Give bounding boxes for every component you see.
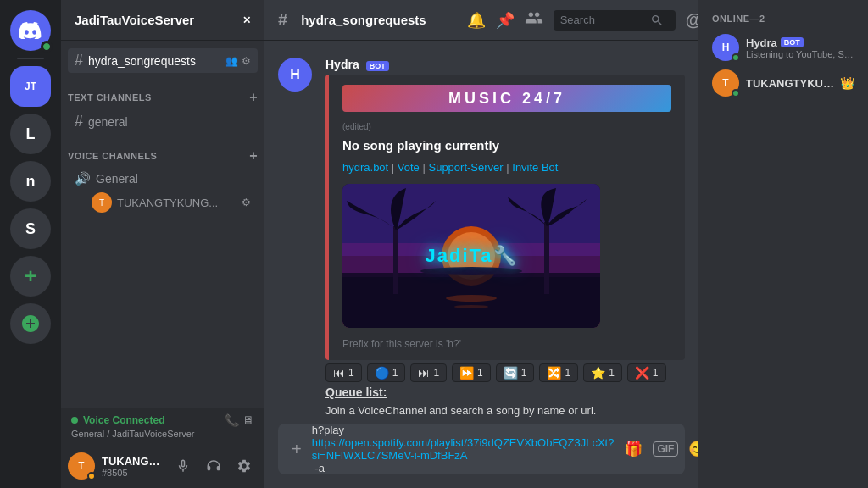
emoji-icon[interactable]: 😊 [688,440,698,458]
svg-point-10 [420,267,522,275]
reaction-loop-emoji: 🔄 [504,366,518,380]
voice-user-tukangtykung[interactable]: T TUKANGTYKUNG... ⚙ [68,191,258,214]
voice-connected-icons: 📞 🖥 [225,413,254,427]
queue-section: Queue list: Join a VoiceChannel and sear… [326,385,685,424]
reaction-blue[interactable]: 🔵 1 [367,363,406,382]
bot-tag: BOT [366,61,389,71]
queue-title: Queue list: [326,385,685,399]
hydra-status: Listening to YouTube, Spotify, ... [746,49,854,59]
reaction-ff[interactable]: ⏩ 1 [452,363,491,382]
reaction-shuffle[interactable]: 🔀 1 [539,363,578,382]
online-user-tukangtykung[interactable]: T TUKANGTYKUNG... 👑 [705,66,861,100]
vc-connect-icon[interactable]: 📞 [225,413,239,427]
palm-scene-graphic: JadiTa🔧 [342,184,600,328]
add-voice-channel-icon[interactable]: + [249,148,258,164]
server-s-icon[interactable]: S [10,208,51,249]
link-sep-1: | [392,161,398,174]
members-icon[interactable] [525,8,543,31]
headphone-button[interactable] [200,452,227,480]
reaction-x-count: 1 [653,367,659,379]
server-dropdown-icon: ✕ [242,14,251,26]
server-home-icon[interactable] [10,10,51,51]
server-jadtau-icon[interactable]: JT [10,66,51,107]
support-server-link[interactable]: Support-Server [428,161,503,174]
search-box[interactable] [554,10,676,30]
user-avatar-letter: T [78,460,84,472]
reaction-bar: ⏮ 1 🔵 1 ⏭ 1 ⏩ 1 [326,363,685,382]
queue-line-1: Join a VoiceChannel and search a song by… [326,402,685,420]
search-input[interactable] [560,14,645,26]
user-controls [170,452,258,480]
add-text-channel-icon[interactable]: + [249,90,258,105]
messages-area[interactable]: H Hydra BOT MUSIC 24/7 (edited) No song … [264,41,698,424]
gif-button[interactable]: GIF [653,441,678,457]
bell-icon[interactable]: 🔔 [467,11,486,30]
invite-bot-link[interactable]: Invite Bot [512,161,558,174]
explore-servers-button[interactable] [10,303,51,344]
channel-header-hash: # [278,10,287,30]
svg-point-6 [446,295,497,302]
gift-icon[interactable]: 🎁 [624,440,643,458]
channel-list: # hydra_songrequests 👥 ⚙ TEXT CHANNELS +… [61,41,264,408]
server-n-icon[interactable]: n [10,161,51,202]
reaction-x-emoji: ❌ [635,366,649,380]
text-channels-category[interactable]: TEXT CHANNELS + [61,76,264,108]
reaction-blue-count: 1 [392,367,398,379]
channel-gear-icon: ⚙ [242,55,251,67]
reaction-next-emoji: ⏭ [418,366,430,380]
mic-button[interactable] [170,452,197,480]
voice-connected-label: Voice Connected [83,414,164,426]
channel-item-general[interactable]: # general [68,109,258,134]
reaction-next[interactable]: ⏭ 1 [410,363,447,382]
reaction-star[interactable]: ⭐ 1 [583,363,622,382]
add-server-button[interactable]: + [10,256,51,297]
settings-button[interactable] [231,452,258,480]
svg-rect-8 [393,226,398,294]
voice-channels-category[interactable]: VOICE CHANNELS + [61,135,264,167]
server-name: JadiTauVoiceServer [75,13,194,27]
crown-icon: 👑 [840,76,854,90]
channel-badges: 👥 ⚙ [225,55,251,67]
reaction-x[interactable]: ❌ 1 [627,363,666,382]
reaction-prev[interactable]: ⏮ 1 [326,363,362,382]
reaction-prev-count: 1 [348,367,354,379]
hydra-bot-link[interactable]: hydra.bot [342,161,388,174]
server-icon-letters: JT [25,80,36,92]
embed-no-song: No song playing currently [342,138,671,152]
embed-edited: (edited) [342,122,671,131]
speaker-icon: 🔊 [75,171,91,186]
channel-name-hydra: hydra_songrequests [88,54,196,68]
bot-avatar: H [278,58,312,92]
app: JT L n S + JadiTauVoiceServer ✕ # hydra_… [0,0,868,488]
user-avatar: T [68,452,95,480]
channel-settings-icon: 👥 [225,55,238,67]
reaction-star-emoji: ⭐ [591,366,605,380]
general-channel-name: general [88,115,128,129]
voice-user-avatar: T [92,192,112,213]
reaction-prev-emoji: ⏮ [333,366,345,380]
input-link[interactable]: https://open.spotify.com/playlist/37i9dQ… [312,436,615,462]
vote-link[interactable]: Vote [398,161,420,174]
reaction-loop[interactable]: 🔄 1 [496,363,535,382]
server-l-icon[interactable]: L [10,114,51,154]
voice-connected-top: Voice Connected 📞 🖥 [71,413,254,427]
channel-item-hydra[interactable]: # hydra_songrequests 👥 ⚙ [68,48,258,73]
user-name: TUKANGT... [102,455,163,468]
server-header[interactable]: JadiTauVoiceServer ✕ [61,0,264,41]
message-body: Hydra BOT MUSIC 24/7 (edited) No song pl… [326,58,685,424]
embed-links: hydra.bot | Vote | Support-Server | Invi… [342,161,671,174]
user-panel: T TUKANGT... #8505 [61,444,264,488]
at-icon[interactable]: @ [686,10,698,30]
voice-channel-general[interactable]: 🔊 General [68,168,258,190]
reaction-shuffle-emoji: 🔀 [547,366,561,380]
server-n-label: n [26,173,36,191]
pin-icon[interactable]: 📌 [496,11,515,30]
attach-button[interactable]: + [292,440,302,459]
server-s-label: S [25,220,36,238]
queue-text: Join a VoiceChannel and search a song by… [326,402,685,424]
online-user-hydra[interactable]: H Hydra BOT Listening to YouTube, Spotif… [705,30,861,64]
voice-connected-path: General / JadiTauVoiceServer [71,429,254,439]
hash-icon: # [75,52,83,69]
voice-user-name: TUKANGTYKUNG... [117,197,218,209]
vc-screen-icon[interactable]: 🖥 [242,413,254,427]
